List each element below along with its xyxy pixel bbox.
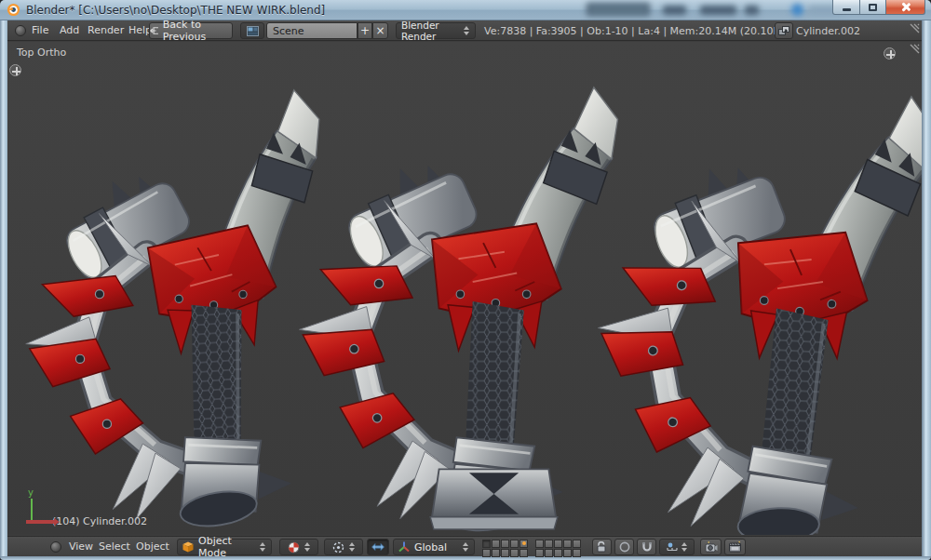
layer-cell[interactable] bbox=[535, 540, 544, 548]
window-titlebar[interactable]: Blender* [C:\Users\no\Desktop\THE NEW WI… bbox=[0, 0, 931, 20]
layer-cell[interactable] bbox=[492, 540, 500, 548]
scene-unlink-button[interactable]: × bbox=[372, 22, 388, 39]
render-opengl-image-button[interactable] bbox=[700, 539, 722, 555]
window-controls bbox=[832, 0, 925, 15]
scene-name-field[interactable]: Scene bbox=[266, 22, 358, 39]
menu-file[interactable]: File bbox=[32, 24, 48, 36]
mode-dropdown[interactable]: Object Mode bbox=[177, 539, 272, 555]
area-resize-grip[interactable] bbox=[907, 22, 920, 35]
proportional-edit-button[interactable] bbox=[614, 539, 634, 555]
lock-icon bbox=[597, 541, 607, 553]
chevron-updown-icon bbox=[304, 542, 311, 552]
weapon-view-right bbox=[587, 81, 922, 535]
chevron-updown-icon bbox=[464, 26, 470, 35]
menu-render[interactable]: Render bbox=[88, 24, 124, 36]
blender-logo-icon bbox=[7, 3, 20, 17]
layer-cell[interactable] bbox=[482, 540, 491, 548]
snap-element-dropdown[interactable] bbox=[659, 539, 695, 555]
orientation-value: Global bbox=[414, 541, 458, 553]
viewport-3d[interactable]: Top Ortho (104) Cylinder.002 y bbox=[7, 42, 922, 535]
active-layer-dot bbox=[522, 541, 526, 545]
layer-cell[interactable] bbox=[573, 549, 581, 557]
blurred-item bbox=[791, 4, 803, 16]
layer-cell[interactable] bbox=[563, 540, 572, 548]
blurred-item bbox=[700, 6, 736, 15]
layer-groups bbox=[482, 540, 581, 557]
translate-manipulator-icon bbox=[371, 542, 385, 552]
layer-cell[interactable] bbox=[573, 540, 581, 548]
snap-toggle-button[interactable] bbox=[637, 539, 656, 555]
window-duplicate-button[interactable] bbox=[775, 22, 793, 39]
layer-cell[interactable] bbox=[535, 549, 544, 557]
blender-content: File Add Render Help Back to Previous bbox=[7, 20, 922, 556]
layer-cell[interactable] bbox=[545, 540, 553, 548]
proportional-circle-icon bbox=[619, 541, 630, 553]
info-header: File Add Render Help Back to Previous bbox=[7, 20, 922, 41]
camera-icon bbox=[705, 541, 718, 553]
axis-orientation-icon bbox=[398, 541, 410, 553]
axis-y-label: y bbox=[28, 487, 34, 498]
manipulator-toggle-button[interactable] bbox=[367, 539, 389, 555]
magnet-icon bbox=[641, 541, 653, 553]
chevron-updown-icon bbox=[349, 542, 356, 552]
editor-type-icon[interactable] bbox=[15, 25, 26, 36]
screen-layout-button[interactable] bbox=[240, 22, 264, 39]
weapon-view-center bbox=[300, 87, 618, 534]
layer-cell[interactable] bbox=[501, 540, 509, 548]
scene-statistics: Ve:7838 | Fa:3905 | Ob:1-10 | La:4 | Mem… bbox=[484, 25, 860, 37]
shading-sphere-icon bbox=[288, 541, 300, 553]
menu-view[interactable]: View bbox=[69, 540, 93, 553]
editor-type-icon[interactable] bbox=[50, 541, 61, 553]
chevron-updown-icon bbox=[260, 542, 266, 552]
layer-cell[interactable] bbox=[510, 549, 519, 557]
layer-cell[interactable] bbox=[554, 549, 562, 557]
back-button-label: Back to Previous bbox=[163, 19, 232, 43]
weapon-view-left bbox=[9, 88, 347, 535]
model-3d-view bbox=[7, 42, 922, 535]
close-button[interactable] bbox=[886, 0, 925, 15]
transform-orientation-dropdown[interactable]: Global bbox=[393, 539, 475, 555]
render-engine-value: Blender Render bbox=[401, 20, 460, 42]
layer-cell[interactable] bbox=[482, 549, 491, 557]
blender-window: Blender* [C:\Users\no\Desktop\THE NEW WI… bbox=[0, 0, 931, 560]
pivot-point-dropdown[interactable] bbox=[324, 539, 363, 555]
view3d-header: View Select Object Object Mode bbox=[7, 536, 922, 556]
layer-cell[interactable] bbox=[563, 549, 572, 557]
layer-cell[interactable] bbox=[501, 549, 509, 557]
layer-cell[interactable] bbox=[519, 540, 528, 548]
clapperboard-icon bbox=[729, 541, 742, 553]
blurred-item bbox=[587, 3, 650, 16]
window-title: Blender* [C:\Users\no\Desktop\THE NEW WI… bbox=[26, 4, 325, 17]
render-opengl-anim-button[interactable] bbox=[724, 539, 746, 555]
menu-add[interactable]: Add bbox=[60, 24, 79, 36]
chevron-updown-icon bbox=[463, 542, 469, 552]
panel-toggle-icon[interactable] bbox=[884, 47, 896, 60]
screen-layout-icon bbox=[247, 26, 259, 36]
x-icon: × bbox=[375, 24, 385, 37]
layer-grid bbox=[535, 540, 581, 557]
object-mode-cube-icon bbox=[182, 541, 194, 553]
view-name-label: Top Ortho bbox=[17, 47, 66, 59]
layer-cell[interactable] bbox=[519, 549, 528, 557]
menu-select[interactable]: Select bbox=[99, 540, 130, 553]
maximize-button[interactable] bbox=[860, 0, 886, 15]
close-icon bbox=[900, 2, 911, 12]
layer-grid bbox=[482, 540, 528, 557]
area-resize-grip[interactable] bbox=[907, 43, 920, 56]
menu-object[interactable]: Object bbox=[136, 540, 169, 553]
render-engine-dropdown[interactable]: Blender Render bbox=[396, 22, 476, 39]
viewport-shading-dropdown[interactable] bbox=[279, 539, 318, 555]
panel-toggle-icon[interactable] bbox=[9, 64, 21, 76]
layer-cell[interactable] bbox=[510, 540, 519, 548]
scene-add-button[interactable]: + bbox=[358, 22, 372, 39]
layer-cell[interactable] bbox=[545, 549, 553, 557]
back-to-previous-button[interactable]: Back to Previous bbox=[149, 22, 233, 39]
layer-cell[interactable] bbox=[554, 540, 562, 548]
chevron-updown-icon bbox=[681, 542, 688, 552]
mode-value: Object Mode bbox=[198, 535, 255, 559]
lock-to-scene-button[interactable] bbox=[592, 539, 612, 555]
layer-cell[interactable] bbox=[492, 549, 500, 557]
back-arrow-icon bbox=[150, 26, 159, 35]
window-border-left bbox=[0, 20, 7, 556]
minimize-button[interactable] bbox=[832, 0, 860, 15]
